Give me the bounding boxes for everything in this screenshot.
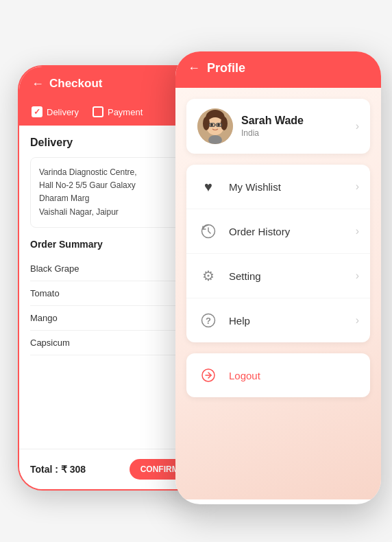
- address-line2: Hall No-2 5/5 Gaur Galaxy: [39, 180, 136, 190]
- user-info: Sarah Wade India: [197, 108, 304, 144]
- order-history-icon: [197, 220, 219, 242]
- svg-point-4: [221, 117, 228, 130]
- address-line3: Dharam Marg: [39, 193, 89, 203]
- delivery-check: ✓: [32, 106, 42, 117]
- delivery-section-title: Delivery: [30, 137, 197, 149]
- wishlist-icon: ♥: [197, 176, 219, 198]
- checkout-title: Checkout: [49, 77, 102, 91]
- wishlist-chevron-icon: ›: [356, 180, 359, 193]
- address-box: Varinda Diagnostic Centre, Hall No-2 5/5…: [30, 157, 197, 228]
- delivery-tab-label: Delivery: [47, 107, 79, 117]
- item-name-2: Tomato: [30, 288, 60, 298]
- order-history-chevron-icon: ›: [356, 225, 359, 237]
- payment-tab-label: Payment: [108, 107, 143, 117]
- menu-item-wishlist[interactable]: ♥ My Wishlist ›: [186, 165, 370, 209]
- user-card[interactable]: Sarah Wade India ›: [186, 99, 370, 154]
- menu-item-order-history[interactable]: Order History ›: [186, 209, 370, 254]
- item-name-1: Black Grape: [30, 263, 79, 274]
- setting-label: Setting: [229, 270, 261, 282]
- profile-title: Profile: [207, 61, 245, 75]
- app-scene: ← Checkout 🛒 ✓ Delivery Payment Delivery: [11, 10, 381, 532]
- wishlist-label: My Wishlist: [229, 181, 281, 193]
- logout-label: Logout: [229, 370, 260, 381]
- logout-icon: [197, 364, 219, 386]
- order-summary-section: Order Summary Black Grape Qty: 1 Tomato …: [30, 239, 197, 355]
- profile-back-icon[interactable]: ←: [188, 61, 200, 75]
- help-icon: ?: [197, 309, 219, 331]
- svg-point-6: [217, 123, 220, 126]
- profile-phone: ← Profile: [175, 51, 381, 504]
- order-history-label: Order History: [229, 226, 290, 237]
- profile-header: ← Profile: [175, 51, 381, 88]
- svg-point-3: [203, 117, 210, 130]
- user-country: India: [241, 128, 304, 138]
- tab-payment[interactable]: Payment: [93, 106, 143, 117]
- order-item-4: Capsicum Qty: 1: [30, 331, 197, 355]
- svg-text:?: ?: [206, 316, 211, 326]
- menu-item-setting[interactable]: ⚙ Setting ›: [186, 254, 370, 298]
- help-label: Help: [229, 315, 250, 327]
- tab-delivery[interactable]: ✓ Delivery: [32, 106, 79, 117]
- order-item-1: Black Grape Qty: 1: [30, 257, 197, 281]
- order-item-2: Tomato Qty: 2: [30, 281, 197, 306]
- check-mark-icon: ✓: [34, 107, 40, 117]
- avatar: [197, 108, 233, 144]
- order-item-3: Mango Qty: 1: [30, 306, 197, 331]
- item-name-4: Capsicum: [30, 338, 70, 348]
- item-name-3: Mango: [30, 313, 58, 323]
- order-summary-title: Order Summary: [30, 239, 197, 250]
- setting-icon: ⚙: [197, 265, 219, 287]
- payment-check-empty: [93, 106, 103, 117]
- address-line1: Varinda Diagnostic Centre,: [39, 167, 137, 177]
- setting-chevron-icon: ›: [356, 270, 359, 282]
- profile-menu-list: ♥ My Wishlist ›: [186, 165, 370, 342]
- user-name: Sarah Wade: [241, 115, 304, 127]
- user-card-chevron-icon: ›: [356, 120, 359, 132]
- checkout-back-icon[interactable]: ←: [32, 77, 44, 91]
- total-label: Total : ₹ 308: [30, 464, 86, 475]
- address-line4: Vaishali Nagar, Jaipur: [39, 207, 119, 217]
- logout-section[interactable]: Logout: [186, 353, 370, 397]
- svg-point-5: [210, 123, 213, 126]
- profile-body: Sarah Wade India › ♥ My Wishlist ›: [175, 88, 381, 499]
- menu-item-help[interactable]: ? Help ›: [186, 298, 370, 342]
- help-chevron-icon: ›: [356, 314, 359, 327]
